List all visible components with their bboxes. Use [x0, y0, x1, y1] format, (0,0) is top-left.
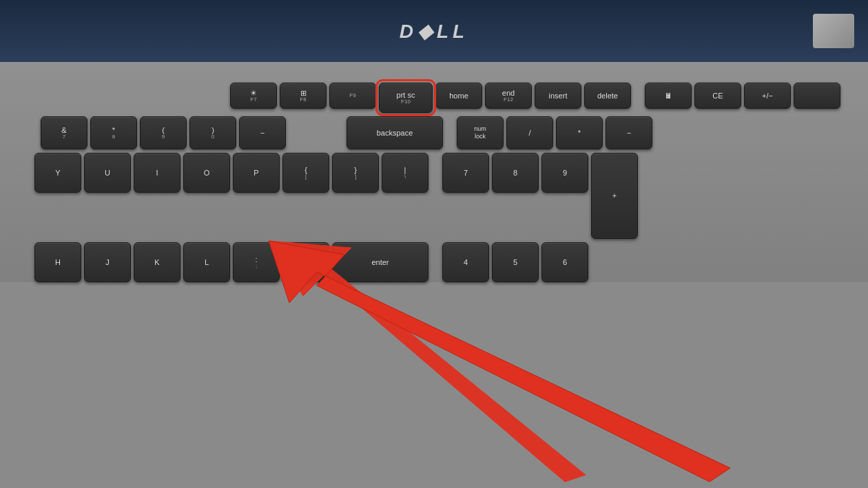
key-numdiv[interactable]: / [506, 116, 553, 149]
key-f8[interactable]: ⊞ F8 [280, 83, 327, 109]
key-f9[interactable]: F9 [329, 83, 376, 109]
key-backspace[interactable]: backspace [347, 116, 443, 149]
fn-key-row: ☀ F7 ⊞ F8 F9 prt sc F10 home [7, 83, 861, 113]
key-end[interactable]: end F12 [485, 83, 532, 109]
key-rparen[interactable]: ) 0 [189, 116, 236, 149]
key-numminus[interactable]: − [606, 116, 652, 149]
key-insert[interactable]: insert [535, 83, 581, 109]
key-calc[interactable]: 🖩 [645, 83, 692, 109]
key-asterisk[interactable]: * 8 [90, 116, 137, 149]
key-extra-right[interactable] [794, 83, 840, 109]
key-y[interactable]: Y [34, 153, 81, 193]
key-num8[interactable]: 8 [492, 153, 539, 193]
key-numlock[interactable]: numlock [457, 116, 504, 149]
key-prtsc[interactable]: prt sc F10 [379, 83, 433, 113]
key-h[interactable]: H [34, 242, 81, 282]
key-delete[interactable]: delete [584, 83, 631, 109]
key-i[interactable]: I [134, 153, 180, 193]
key-num9[interactable]: 9 [541, 153, 588, 193]
key-u[interactable]: U [84, 153, 131, 193]
key-semicolon[interactable]: : ; [233, 242, 280, 282]
key-home[interactable]: home [435, 83, 482, 109]
key-ampersand[interactable]: & 7 [41, 116, 87, 149]
home-key-row: H J K L : ; " ' [7, 242, 861, 282]
key-num7[interactable]: 7 [442, 153, 489, 193]
key-num5[interactable]: 5 [492, 242, 539, 282]
power-button-area [813, 14, 854, 48]
key-numplus[interactable]: + [591, 153, 638, 239]
keyboard-area: ☀ F7 ⊞ F8 F9 prt sc F10 home [0, 62, 868, 282]
key-ce[interactable]: CE [694, 83, 741, 109]
key-f7[interactable]: ☀ F7 [230, 83, 277, 109]
key-plusminus[interactable]: +/− [744, 83, 791, 109]
key-num4[interactable]: 4 [442, 242, 489, 282]
qwerty-key-row: Y U I O P { [ } [7, 153, 861, 239]
key-underscore[interactable]: − [239, 116, 286, 149]
laptop-body: D◆LL ☀ F7 ⊞ F8 F9 prt sc [0, 0, 868, 488]
key-k[interactable]: K [134, 242, 180, 282]
key-nummul[interactable]: * [556, 116, 603, 149]
laptop-top-bar: D◆LL [0, 0, 868, 62]
key-num6[interactable]: 6 [541, 242, 588, 282]
key-rbracket[interactable]: } ] [332, 153, 379, 193]
key-o[interactable]: O [183, 153, 230, 193]
key-lparen[interactable]: ( 9 [140, 116, 187, 149]
key-l[interactable]: L [183, 242, 230, 282]
key-j[interactable]: J [84, 242, 131, 282]
key-quote[interactable]: " ' [282, 242, 329, 282]
key-backslash[interactable]: | \ [382, 153, 428, 193]
key-p[interactable]: P [233, 153, 280, 193]
dell-logo: D◆LL [400, 20, 468, 43]
num-key-row: & 7 * 8 ( 9 ) 0 − [7, 116, 861, 149]
key-enter[interactable]: enter [332, 242, 428, 282]
key-lbracket[interactable]: { [ [282, 153, 329, 193]
